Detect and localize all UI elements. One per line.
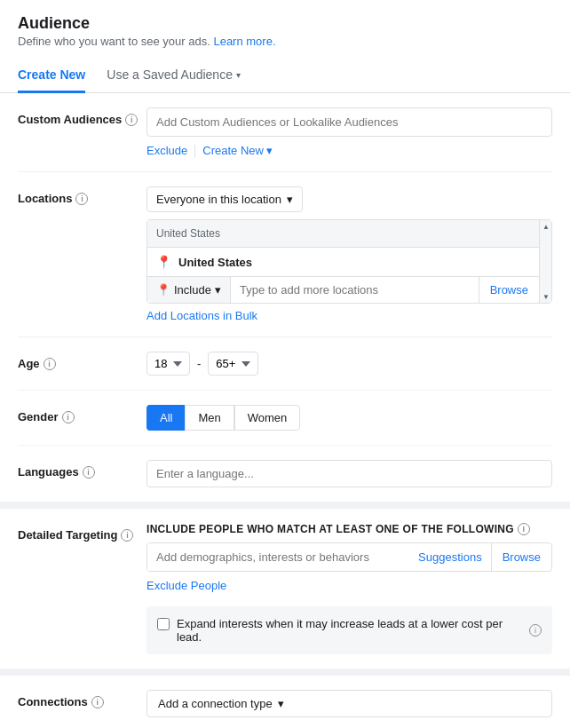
- expand-interests-info-icon[interactable]: i: [529, 624, 542, 637]
- detailed-targeting-info-icon[interactable]: i: [121, 529, 133, 542]
- page-subtitle: Define who you want to see your ads. Lea…: [18, 35, 552, 48]
- gender-group: All Men Women: [146, 405, 552, 431]
- tab-create-new[interactable]: Create New: [18, 59, 85, 93]
- languages-info-icon[interactable]: i: [83, 466, 95, 479]
- age-max-select[interactable]: 65+: [208, 352, 258, 376]
- location-main: United States 📍 United States 📍 Include …: [147, 220, 539, 303]
- gender-label: Gender i: [18, 405, 146, 423]
- exclude-button[interactable]: Exclude: [146, 144, 187, 157]
- location-input-row: 📍 Include ▾ Browse: [147, 276, 539, 303]
- language-input[interactable]: [146, 460, 552, 487]
- gender-all-button[interactable]: All: [146, 405, 185, 431]
- section-divider-2: [0, 669, 570, 676]
- connection-dropdown-arrow-icon: ▾: [278, 697, 284, 710]
- age-dash: -: [197, 357, 201, 370]
- scroll-up-icon[interactable]: ▲: [542, 222, 550, 231]
- tab-use-saved[interactable]: Use a Saved Audience ▾: [107, 59, 241, 93]
- add-locations-bulk-link[interactable]: Add Locations in Bulk: [146, 309, 552, 322]
- location-header: United States: [147, 220, 539, 248]
- tabs-container: Create New Use a Saved Audience ▾: [0, 59, 570, 93]
- detailed-targeting-section: Detailed Targeting i INCLUDE people who …: [0, 509, 570, 669]
- include-arrow-icon: ▾: [215, 283, 221, 297]
- gender-info-icon[interactable]: i: [62, 411, 75, 423]
- detailed-targeting-content: INCLUDE people who match at least ONE of…: [146, 523, 552, 654]
- location-item: 📍 United States: [147, 248, 539, 276]
- detailed-targeting-label: Detailed Targeting i: [18, 523, 146, 542]
- suggestions-button[interactable]: Suggestions: [409, 543, 492, 571]
- connections-row: Connections i Add a connection type ▾: [18, 676, 552, 728]
- targeting-input-row: Suggestions Browse: [146, 542, 552, 572]
- expand-interests-checkbox[interactable]: [157, 618, 170, 630]
- custom-audience-input[interactable]: [146, 107, 552, 137]
- page-header: Audience Define who you want to see your…: [0, 0, 570, 48]
- exclude-people-link[interactable]: Exclude People: [146, 579, 226, 592]
- age-row: Age i 18 - 65+: [18, 337, 552, 391]
- age-min-select[interactable]: 18: [146, 352, 190, 376]
- gender-women-button[interactable]: Women: [234, 405, 301, 431]
- targeting-search-input[interactable]: [147, 543, 409, 571]
- custom-audiences-info-icon[interactable]: i: [125, 114, 138, 126]
- locations-info-icon[interactable]: i: [75, 193, 88, 205]
- tab-dropdown-arrow-icon: ▾: [236, 70, 241, 80]
- form-section: Custom Audiences i Exclude Create New ▾ …: [0, 93, 570, 502]
- gender-content: All Men Women: [146, 405, 552, 431]
- locations-label: Locations i: [18, 186, 146, 205]
- custom-audiences-row: Custom Audiences i Exclude Create New ▾: [18, 93, 552, 172]
- include-dropdown[interactable]: 📍 Include ▾: [147, 277, 231, 303]
- location-scrollbar[interactable]: ▲ ▼: [539, 220, 551, 303]
- expand-interests-text: Expand interests when it may increase le…: [177, 617, 542, 644]
- custom-audiences-content: Exclude Create New ▾: [146, 107, 552, 157]
- languages-label: Languages i: [18, 460, 146, 479]
- connections-info-icon[interactable]: i: [91, 696, 104, 708]
- location-box: United States 📍 United States 📍 Include …: [146, 219, 552, 304]
- targeting-browse-button[interactable]: Browse: [492, 543, 551, 571]
- targeting-description-info-icon[interactable]: i: [518, 523, 530, 535]
- page-title: Audience: [18, 14, 552, 33]
- connection-type-dropdown[interactable]: Add a connection type ▾: [146, 690, 552, 717]
- expand-interests-row: Expand interests when it may increase le…: [146, 606, 552, 654]
- targeting-description: INCLUDE people who match at least ONE of…: [146, 523, 552, 535]
- gender-men-button[interactable]: Men: [185, 405, 234, 431]
- create-new-button[interactable]: Create New ▾: [202, 144, 273, 157]
- connections-label: Connections i: [18, 690, 146, 708]
- include-pin-icon: 📍: [156, 283, 170, 297]
- languages-content: [146, 460, 552, 487]
- location-browse-button[interactable]: Browse: [479, 277, 539, 303]
- age-label: Age i: [18, 352, 146, 370]
- gender-row: Gender i All Men Women: [18, 391, 552, 446]
- location-dropdown-arrow-icon: ▾: [287, 193, 293, 206]
- connections-section: Connections i Add a connection type ▾: [0, 676, 570, 728]
- location-pin-icon: 📍: [156, 255, 171, 269]
- learn-more-link[interactable]: Learn more.: [213, 35, 275, 48]
- custom-audience-links: Exclude Create New ▾: [146, 144, 552, 157]
- location-filter-dropdown[interactable]: Everyone in this location ▾: [146, 186, 303, 212]
- divider: [194, 145, 195, 157]
- section-divider: [0, 502, 570, 509]
- custom-audiences-label: Custom Audiences i: [18, 107, 146, 126]
- age-content: 18 - 65+: [146, 352, 552, 376]
- languages-row: Languages i: [18, 446, 552, 502]
- locations-content: Everyone in this location ▾ United State…: [146, 186, 552, 322]
- detailed-targeting-row: Detailed Targeting i INCLUDE people who …: [18, 509, 552, 669]
- location-search-input[interactable]: [231, 277, 479, 303]
- connections-content: Add a connection type ▾: [146, 690, 552, 717]
- age-controls: 18 - 65+: [146, 352, 552, 376]
- age-info-icon[interactable]: i: [44, 358, 56, 370]
- scroll-down-icon[interactable]: ▼: [542, 292, 550, 301]
- locations-row: Locations i Everyone in this location ▾ …: [18, 172, 552, 337]
- create-new-arrow-icon: ▾: [266, 144, 273, 157]
